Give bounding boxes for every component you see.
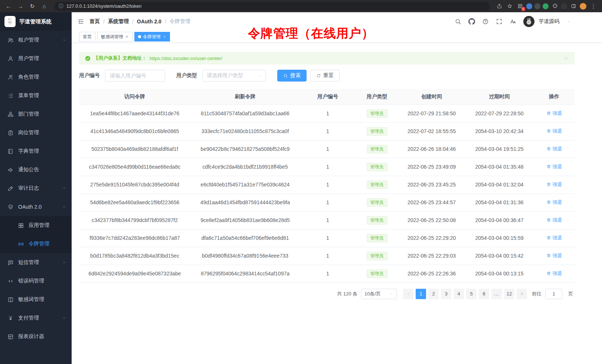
force-logout-button[interactable]: 强退 (546, 270, 562, 277)
browser-profile-avatar[interactable] (580, 3, 586, 10)
user-name[interactable]: 芋道源码 (539, 18, 559, 25)
refresh-token-cell: 49d1aa46d1454fbd87591444423be9fa (190, 193, 300, 211)
force-logout-button[interactable]: 强退 (546, 199, 562, 206)
access-token-cell: 502375b8040a469a9b82188afdf6af1f (79, 140, 190, 158)
sidebar-item-user[interactable]: 用户管理 (0, 49, 72, 68)
sidebar-item-oauth2-token[interactable]: 令牌管理 (0, 235, 72, 253)
sidebar-item-pay[interactable]: 支付管理 (0, 309, 72, 327)
force-logout-button[interactable]: 强退 (546, 235, 562, 241)
alert-close-icon[interactable] (564, 56, 569, 61)
extension-icon-blue[interactable] (526, 3, 532, 9)
table-row: 54d6be82ee5a460a9aedc1f9bf223656 49d1aa4… (79, 193, 575, 211)
breadcrumb-item[interactable]: 系统管理 (108, 18, 129, 25)
page-button[interactable]: 1 (416, 289, 426, 299)
extensions-puzzle-icon[interactable] (551, 2, 559, 10)
font-size-icon[interactable] (510, 18, 516, 25)
token-table: 访问令牌 刷新令牌 用户编号 用户类型 创建时间 过期时间 操作 (79, 89, 575, 283)
page-button[interactable]: 5 (466, 289, 477, 299)
browser-menu-icon[interactable]: ⋮ (589, 2, 598, 11)
search-icon[interactable] (455, 18, 461, 25)
force-logout-button[interactable]: 强退 (546, 146, 562, 152)
breadcrumb-separator (161, 19, 170, 24)
extension-with-badge[interactable]: 0 (516, 2, 524, 10)
sidebar-item-sensitive-word[interactable]: 敏感词管理 (0, 290, 72, 309)
tab-home[interactable]: 首页 (79, 32, 95, 42)
tab-close-icon[interactable] (125, 35, 129, 39)
page-button[interactable]: 4 (454, 289, 464, 299)
user-avatar[interactable] (523, 16, 534, 27)
force-logout-button[interactable]: 强退 (546, 110, 562, 117)
created-time-cell: 2022-07-29 21:58:50 (398, 105, 465, 122)
breadcrumb-item[interactable]: OAuth 2.0 (137, 19, 161, 24)
page-button[interactable]: 6 (479, 289, 489, 299)
prev-page-button[interactable] (403, 289, 413, 299)
tab-close-icon[interactable] (163, 35, 166, 39)
sidebar-item-oauth2-app[interactable]: 应用管理 (0, 216, 72, 235)
expire-time-cell: 2054-03-04 01:31:36 (465, 193, 534, 211)
force-logout-button[interactable]: 强退 (546, 252, 562, 259)
doc-link[interactable]: https://doc.iocoder.cn/user-center/ (150, 56, 222, 61)
user-caret-icon[interactable] (566, 19, 571, 24)
reset-button[interactable]: 重置 (310, 70, 340, 82)
bookmark-star-icon[interactable] (506, 2, 514, 10)
github-icon[interactable] (468, 18, 475, 25)
app-logo[interactable]: 芋道管理系统 (0, 12, 72, 31)
user-type-select[interactable]: 请选择用户类型 (202, 70, 266, 82)
sidebar-item-sms[interactable]: 短信管理 (0, 253, 72, 272)
fullscreen-icon[interactable] (496, 18, 503, 25)
sidebar-item-notice[interactable]: 通知公告 (0, 161, 72, 179)
page-button[interactable]: ... (491, 289, 502, 299)
docs-help-icon[interactable] (482, 18, 489, 25)
created-time-cell: 2022-06-25 22:26:36 (398, 265, 465, 282)
page-size-select[interactable]: 10条/页 (361, 289, 397, 299)
search-button[interactable]: 搜索 (277, 70, 307, 82)
sidebar-item-dept[interactable]: 部门管理 (0, 105, 72, 123)
breadcrumb-item[interactable]: 首页 (89, 18, 100, 25)
pinned-extension-icon[interactable] (561, 3, 567, 9)
force-logout-button[interactable]: 强退 (546, 217, 562, 224)
breadcrumb-item[interactable]: 令牌管理 (170, 18, 190, 25)
tab-sensitive-word[interactable]: 敏感词管理 (97, 32, 132, 42)
page-button[interactable]: 2 (428, 289, 439, 299)
sidebar-toggle-icon[interactable] (569, 2, 578, 10)
sidebar-item-post[interactable]: 岗位管理 (0, 123, 72, 142)
forward-button[interactable]: → (16, 2, 25, 11)
sidebar-item-report[interactable]: 报表设计器 (0, 327, 72, 346)
expire-time-cell: 2054-03-04 00:15:59 (465, 229, 534, 247)
sidebar-item-oauth2[interactable]: OAuth 2.0 (0, 198, 72, 216)
chevron-down-icon (62, 316, 66, 320)
goto-page-input[interactable] (545, 289, 562, 299)
sidebar-item-tenant[interactable]: 租户管理 (0, 31, 72, 49)
url-text[interactable]: 127.0.0.1:1024/system/oauth2/token (66, 4, 141, 9)
refresh-token-cell: 811c530487574fa0af1a59d3abc1aa66 (190, 105, 300, 122)
force-logout-button[interactable]: 强退 (546, 128, 562, 135)
sidebar-item-dict[interactable]: 字典管理 (0, 142, 72, 161)
share-icon[interactable] (495, 2, 503, 10)
force-logout-button[interactable]: 强退 (546, 163, 562, 170)
tab-token[interactable]: 令牌管理 (134, 32, 170, 42)
user-id-input[interactable] (105, 70, 165, 82)
breadcrumb-separator (100, 19, 108, 24)
filter-bar: 用户编号 用户类型 请选择用户类型 搜索 重置 (79, 70, 575, 82)
collapse-sidebar-icon[interactable] (78, 18, 84, 25)
search-button-icon (283, 73, 288, 78)
table-row: c347026e805e4d99b0d116eae66eda8c cdfc4ce… (79, 158, 575, 176)
force-logout-button[interactable]: 强退 (546, 181, 562, 188)
sidebar-item-role[interactable]: 角色管理 (0, 68, 72, 86)
next-page-button[interactable] (517, 289, 527, 299)
sidebar-item-audit-log[interactable]: 审计日志 (0, 179, 72, 198)
home-button[interactable]: ⌂ (39, 2, 49, 11)
extension-icon-dark[interactable] (534, 3, 540, 9)
column-header: 刷新令牌 (190, 89, 300, 105)
back-button[interactable]: ← (4, 2, 13, 11)
sidebar-item-error-code[interactable]: 错误码管理 (0, 272, 72, 290)
sidebar-item-menu[interactable]: 菜单管理 (0, 86, 72, 105)
extension-icon-green[interactable] (543, 3, 549, 9)
site-info-icon[interactable]: ⓘ (59, 3, 63, 10)
page-button[interactable]: 3 (441, 289, 451, 299)
table-row: 502375b8040a469a9b82188afdf6af1f be90422… (79, 140, 575, 158)
reload-button[interactable]: ↻ (27, 2, 37, 11)
page-button[interactable]: 12 (504, 289, 514, 299)
url-bar[interactable]: ⓘ 127.0.0.1:1024/system/oauth2/token (54, 2, 490, 11)
doc-alert: 【用户体系】文档地址： https://doc.iocoder.cn/user-… (79, 52, 575, 64)
